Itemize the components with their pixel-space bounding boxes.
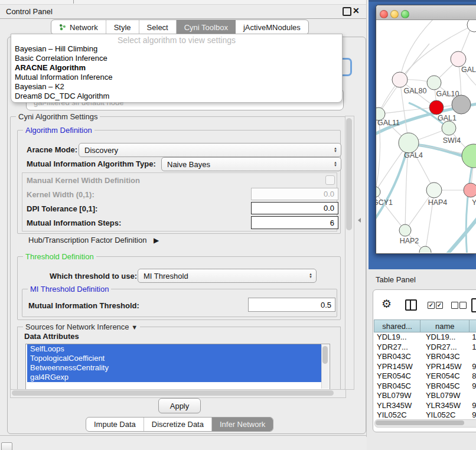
table-cell[interactable]: YDL19... [423,332,469,343]
table-cell[interactable]: YER054C [374,371,423,381]
attribute-item-selected[interactable]: SelfLoops [27,344,321,354]
minimized-panel-button[interactable] [1,442,12,450]
table-cell[interactable]: 9. [469,362,476,372]
table-cell[interactable]: 9. [469,401,476,411]
network-view-window[interactable]: GALGAL80GAL10GAL1GAL11SWI4GAL4GCY1HAP4YH… [376,5,476,254]
table-row[interactable]: YBR045CYBR045C9. [374,381,476,392]
network-node[interactable] [467,20,476,32]
table-row[interactable]: YLR345WYLR345W9. [374,401,476,411]
network-node[interactable] [399,224,411,236]
table-cell[interactable]: YIL052C [423,410,469,418]
tab-style[interactable]: Style [106,20,139,34]
table-cell[interactable]: YIL052C [374,410,423,418]
table-cell[interactable]: YER054C [423,371,469,381]
table-cell[interactable]: YDL19... [374,332,423,343]
mi-steps-field[interactable]: 6 [251,216,338,229]
minimize-window-icon[interactable] [390,10,399,18]
table-cell[interactable]: 9. [469,381,476,392]
checked-checkbox-icon[interactable]: ✓ [436,302,443,309]
table-cell[interactable]: 12 [469,343,476,353]
network-node[interactable] [392,72,407,87]
table-cell[interactable]: YLR345W [374,401,423,411]
network-node[interactable] [429,100,444,115]
table-cell[interactable]: 13 [469,332,476,343]
table-row[interactable]: YPR145WYPR145W9. [374,362,476,372]
table-horizontal-scrollbar[interactable] [374,419,476,428]
network-canvas[interactable]: GALGAL80GAL10GAL1GAL11SWI4GAL4GCY1HAP4YH… [376,20,476,253]
hub-definition-toggle[interactable]: Hub/Transcription Factor Definition ▶ [28,236,159,244]
apply-button[interactable]: Apply [158,398,201,413]
table-cell[interactable] [469,352,476,362]
table-row[interactable]: YBR043CYBR043C [374,352,476,362]
table-cell[interactable]: 9 [469,410,476,418]
network-node[interactable] [426,182,442,198]
table-cell[interactable]: YBR043C [374,352,423,362]
kernel-width-field[interactable]: 0.0 [251,188,338,200]
table-cell[interactable]: YDR27... [423,343,469,353]
table-cell[interactable]: 8. [469,371,476,381]
gear-icon[interactable]: ⚙ [382,297,392,311]
table-row[interactable]: YBL079WYBL079W [374,391,476,401]
tab-jactivemnodules[interactable]: jActiveMNodules [236,20,308,34]
tab-infer-network[interactable]: Infer Network [212,418,273,431]
dropdown-item[interactable]: Bayesian – Hill Climbing [14,44,334,54]
table-cell[interactable]: YBL079W [374,391,423,401]
table-row[interactable]: YIL052CYIL052C9 [374,410,476,418]
table-cell[interactable]: YDR27... [374,343,423,353]
table-cell[interactable]: YBR045C [423,381,469,392]
table-cell[interactable]: YLR345W [423,401,469,411]
unchecked-checkbox-icon[interactable] [459,302,467,309]
dropdown-item-selected[interactable]: ARACNE Algorithm [14,63,334,73]
manual-kernel-checkbox[interactable] [325,175,335,185]
dpi-tolerance-field[interactable]: 0.0 [251,202,338,214]
close-icon[interactable]: ✕ [353,6,360,15]
attribute-item-selected[interactable]: TopologicalCoefficient [27,354,321,363]
table-cell[interactable] [469,391,476,401]
float-panel-icon[interactable] [343,7,351,16]
network-node[interactable] [419,246,431,253]
checked-checkbox-icon[interactable]: ✓ [428,302,435,309]
tab-cyni-toolbox[interactable]: Cyni Toolbox [177,20,236,34]
tab-select[interactable]: Select [139,20,177,34]
network-node[interactable] [427,76,441,90]
attribute-item-selected[interactable]: BetweennessCentrality [27,363,321,373]
network-node[interactable] [376,187,380,197]
function-icon[interactable] [471,298,476,312]
table-row[interactable]: YER054CYER054C8. [374,371,476,381]
split-pane-handle[interactable] [358,218,361,223]
table-cell[interactable]: YBL079W [423,391,469,401]
aracne-mode-combo[interactable]: Discovery ▲▼ [79,143,341,157]
settings-vertical-scrollbar[interactable] [345,116,354,390]
mi-threshold-field[interactable]: 0.5 [248,298,335,312]
tab-impute-data[interactable]: Impute Data [86,418,144,431]
network-node[interactable] [451,51,466,67]
table-body[interactable]: YDL19...YDL19...13YDR27...YDR27...12YBR0… [374,332,476,418]
unchecked-checkbox-icon[interactable] [451,302,458,309]
tab-network[interactable]: Network [51,20,106,34]
network-node[interactable] [399,133,419,153]
column-header[interactable] [470,319,476,332]
which-threshold-combo[interactable]: MI Threshold ▲▼ [138,269,317,283]
columns-icon[interactable] [405,299,417,311]
table-cell[interactable]: YBR043C [423,352,469,362]
settings-horizontal-scrollbar[interactable] [10,389,346,398]
table-cell[interactable]: YPR145W [423,362,469,372]
network-node[interactable] [442,121,456,135]
tab-discretize-data[interactable]: Discretize Data [144,418,212,431]
sources-title[interactable]: Sources for Network Inference ▼ [23,322,140,331]
close-window-icon[interactable] [380,10,388,18]
network-node[interactable] [452,95,471,114]
data-attributes-list[interactable]: SelfLoops TopologicalCoefficient Between… [25,344,330,390]
network-node[interactable] [464,183,476,197]
table-row[interactable]: YDR27...YDR27...12 [374,343,476,353]
mi-algorithm-type-combo[interactable]: Naive Bayes ▲▼ [161,157,341,171]
dropdown-item[interactable]: Dream8 DC_TDC Algorithm [14,92,334,101]
dropdown-item[interactable]: Mutual Information Inference [14,73,334,82]
column-header[interactable]: name [420,319,470,332]
dropdown-item[interactable]: Bayesian – K2 [14,82,334,92]
table-cell[interactable]: YBR045C [374,381,423,392]
table-row[interactable]: YDL19...YDL19...13 [374,332,476,343]
dropdown-item[interactable]: Basic Correlation Inference [14,54,334,63]
attribute-item-selected[interactable]: gal4RGexp [27,373,321,382]
column-header[interactable]: shared... [374,319,420,332]
